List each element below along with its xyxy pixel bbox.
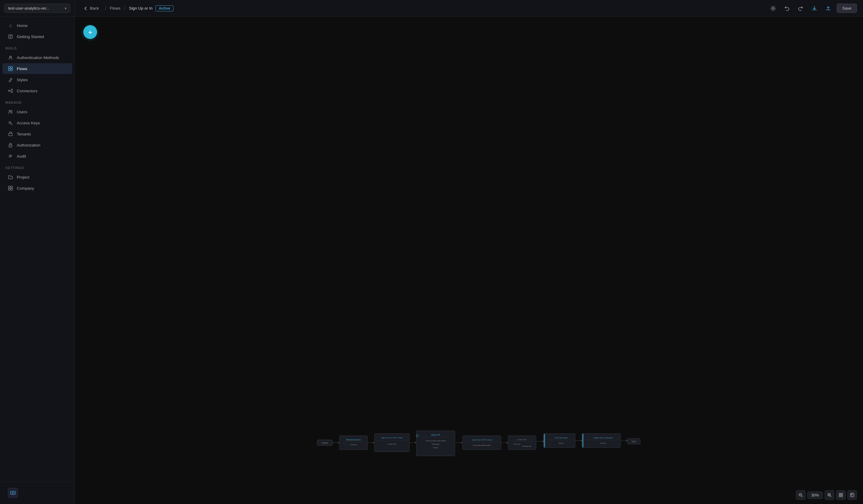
sidebar-item-label: Audit (17, 154, 26, 159)
save-button[interactable]: Save (837, 4, 857, 13)
sidebar-item-tenants[interactable]: Tenants (2, 128, 72, 139)
status-badge: Active (155, 5, 174, 11)
svg-rect-95 (841, 493, 842, 495)
minimap-button[interactable] (847, 490, 857, 500)
manage-section-label: Manage (0, 97, 75, 106)
svg-text:Welcome Screen: Welcome Screen (346, 439, 361, 441)
gear-icon (770, 5, 776, 11)
zoom-out-button[interactable] (796, 490, 805, 500)
svg-rect-20 (9, 133, 12, 136)
svg-rect-37 (339, 436, 367, 450)
fit-view-button[interactable] (836, 490, 846, 500)
svg-text:Send again: Send again (432, 443, 440, 445)
svg-rect-27 (11, 186, 13, 188)
sidebar-item-audit[interactable]: Audit (2, 151, 72, 162)
sidebar-nav: ⌂ Home Getting Started Build (0, 17, 75, 481)
breadcrumb-separator-2: / (124, 6, 125, 11)
page-title: Sign Up or In (129, 6, 152, 11)
svg-point-31 (772, 8, 774, 9)
svg-text:Verify Code / OTP / Email: Verify Code / OTP / Email (472, 439, 492, 441)
sidebar-item-getting-started[interactable]: Getting Started (2, 31, 72, 42)
chevron-down-icon: ▾ (65, 6, 66, 11)
upload-button[interactable] (823, 3, 834, 14)
home-icon: ⌂ (8, 23, 13, 28)
svg-text:END: END (631, 440, 636, 443)
build-section-label: Build (0, 42, 75, 52)
svg-text:Continue: Continue (350, 444, 357, 445)
svg-rect-28 (8, 188, 10, 190)
sidebar-item-label: Project (17, 175, 29, 179)
settings-button[interactable] (768, 3, 778, 14)
support-button[interactable] (4, 486, 71, 500)
sidebar-item-authentication-methods[interactable]: Authentication Methods (2, 52, 72, 63)
undo-icon (784, 5, 790, 11)
svg-rect-6 (8, 66, 10, 68)
back-arrow-icon (83, 6, 88, 11)
audit-icon (8, 153, 13, 159)
svg-point-22 (10, 146, 11, 146)
project-name: test-user-analytics-ver... (8, 6, 49, 11)
back-button[interactable]: Back (81, 5, 101, 12)
styles-icon (8, 77, 13, 83)
fit-view-icon (839, 493, 843, 497)
svg-rect-26 (8, 186, 10, 188)
tenants-icon (8, 131, 13, 137)
download-button[interactable] (809, 3, 820, 14)
svg-rect-72 (543, 433, 545, 448)
sidebar-item-label: Home (17, 23, 27, 28)
svg-point-10 (8, 90, 10, 91)
svg-line-91 (830, 496, 831, 497)
zoom-out-icon (799, 493, 803, 497)
svg-rect-97 (841, 495, 842, 497)
undo-button[interactable] (781, 3, 792, 14)
svg-text:Sign Up or In / OTP / Email: Sign Up or In / OTP / Email (382, 437, 402, 439)
project-icon (8, 174, 13, 180)
minimap-icon (850, 493, 854, 497)
svg-rect-71 (543, 433, 575, 448)
zoom-in-button[interactable] (825, 490, 834, 500)
sidebar-top: test-user-analytics-ver... ▾ (0, 0, 75, 17)
sidebar-item-label: Access Keys (17, 121, 40, 125)
svg-text:Is new user?: Is new user? (517, 439, 527, 440)
svg-text:Update User / Properties: Update User / Properties (593, 437, 613, 439)
sidebar-item-users[interactable]: Users (2, 106, 72, 117)
svg-text:Successful authentication: Successful authentication (473, 444, 491, 446)
svg-text:Submit: Submit (559, 442, 564, 444)
users-icon (8, 109, 13, 114)
flow-canvas[interactable]: + START Welcome Screen Continue (75, 17, 863, 504)
flows-icon (8, 66, 13, 71)
svg-line-19 (11, 124, 12, 124)
sidebar-item-connectors[interactable]: Connectors (2, 85, 72, 96)
redo-icon (798, 5, 804, 11)
breadcrumb-flows: Flows (110, 6, 120, 11)
sidebar-item-label: Users (17, 110, 27, 114)
svg-line-88 (802, 496, 803, 497)
flow-diagram-container: START Welcome Screen Continue Sign Up or… (75, 17, 863, 489)
sidebar-item-authorization[interactable]: Authorization (2, 140, 72, 150)
add-node-button[interactable]: + (83, 25, 97, 39)
flow-diagram: START Welcome Screen Continue Sign Up or… (159, 423, 860, 465)
breadcrumb-separator: / (105, 6, 106, 11)
zoom-in-icon (827, 493, 831, 497)
auth-icon (8, 55, 13, 60)
sidebar-item-flows[interactable]: Flows (2, 63, 72, 74)
sidebar-item-access-keys[interactable]: Access Keys (2, 117, 72, 128)
sidebar-item-company[interactable]: Company (2, 183, 72, 193)
zoom-level[interactable]: 30% (807, 491, 823, 499)
sidebar-item-label: Connectors (17, 89, 37, 93)
sidebar-item-home[interactable]: ⌂ Home (2, 20, 72, 31)
svg-text:New user: New user (514, 443, 521, 445)
svg-point-16 (11, 110, 12, 112)
main-content: Back / Flows / Sign Up or In Active (75, 0, 863, 504)
project-selector[interactable]: test-user-analytics-ver... ▾ (4, 4, 71, 13)
svg-rect-100 (852, 494, 853, 494)
lock-icon (8, 142, 13, 148)
redo-button[interactable] (795, 3, 806, 14)
sidebar-item-label: Styles (17, 78, 28, 82)
sidebar-item-styles[interactable]: Styles (2, 74, 72, 85)
sidebar-item-label: Authentication Methods (17, 55, 59, 60)
sidebar-item-project[interactable]: Project (2, 172, 72, 182)
svg-text:START: START (322, 442, 328, 444)
support-icon (8, 488, 18, 498)
header-right: Save (768, 3, 857, 14)
